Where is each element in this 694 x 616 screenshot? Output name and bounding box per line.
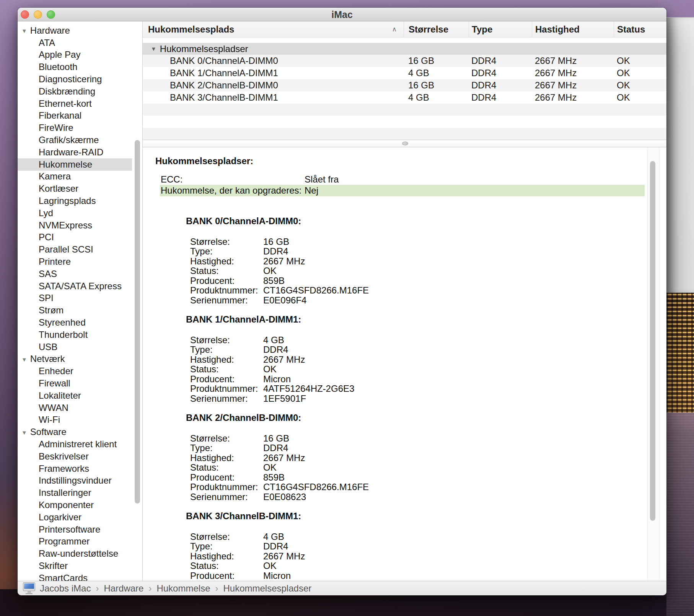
sidebar-item-firewire[interactable]: FireWire	[18, 122, 132, 134]
bank-detail-row: Størrelse:16 GB	[190, 237, 666, 247]
sidebar-item-administreret-klient[interactable]: Administreret klient	[18, 438, 132, 450]
sidebar-item-usb[interactable]: USB	[18, 341, 132, 353]
bank-header: BANK 2/ChannelB-DIMM0:	[186, 412, 666, 424]
sidebar-row-label: Skrifter	[39, 561, 68, 571]
sidebar-item-apple-pay[interactable]: Apple Pay	[18, 49, 132, 61]
sidebar-item-raw-underst-ttelse[interactable]: Raw-understøttelse	[18, 548, 132, 560]
sort-ascending-icon[interactable]: ∧	[392, 25, 397, 33]
disclosure-triangle-icon[interactable]: ▼	[21, 356, 27, 363]
table-row[interactable]: BANK 0/ChannelA-DIMM016 GBDDR42667 MHzOK	[143, 55, 666, 67]
sidebar-item-lyd[interactable]: Lyd	[18, 207, 132, 219]
detail-label: Status:	[190, 463, 263, 473]
cell-type: DDR4	[469, 92, 532, 103]
column-header-hukommelsesplads[interactable]: Hukommelsesplads∧	[143, 21, 404, 37]
sidebar-scrollbar-thumb[interactable]	[135, 140, 140, 504]
window-titlebar[interactable]: iMac	[18, 8, 666, 21]
detail-label: Hastighed:	[190, 256, 263, 266]
sidebar-item-wi-fi[interactable]: Wi-Fi	[18, 414, 132, 426]
sidebar-item-spi[interactable]: SPI	[18, 292, 132, 305]
detail-value: 2667 MHz	[263, 354, 305, 365]
sidebar-item-firewall[interactable]: Firewall	[18, 377, 132, 389]
sidebar-group-hardware[interactable]: ▼Hardware	[18, 24, 132, 37]
sidebar-group-netv-rk[interactable]: ▼Netværk	[18, 353, 132, 365]
close-button[interactable]	[21, 10, 29, 19]
column-header-status[interactable]: Status	[614, 21, 666, 37]
cell-size: 4 GB	[404, 92, 469, 103]
sidebar-item-printersoftware[interactable]: Printersoftware	[18, 523, 132, 536]
city-water	[666, 412, 694, 616]
table-group-row[interactable]: ▼ Hukommelsespladser	[143, 43, 666, 55]
detail-value: DDR4	[263, 246, 288, 256]
detail-value: CT16G4SFD8266.M16FE	[263, 482, 369, 492]
sidebar-item-hukommelse[interactable]: Hukommelse	[18, 158, 132, 171]
column-header-størrelse[interactable]: Størrelse	[404, 21, 469, 37]
detail-label: Type:	[190, 541, 263, 551]
detail-value: OK	[263, 561, 277, 571]
sidebar-item-parallel-scsi[interactable]: Parallel SCSI	[18, 243, 132, 256]
table-row[interactable]: BANK 2/ChannelB-DIMM016 GBDDR42667 MHzOK	[143, 79, 666, 91]
sidebar-item-lokaliteter[interactable]: Lokaliteter	[18, 389, 132, 402]
disclosure-triangle-icon[interactable]: ▼	[21, 28, 27, 34]
sidebar-item-diagnosticering[interactable]: Diagnosticering	[18, 73, 132, 85]
bank-rows: Størrelse:16 GBType:DDR4Hastighed:2667 M…	[190, 433, 666, 502]
table-row[interactable]: BANK 1/ChannelA-DIMM14 GBDDR42667 MHzOK	[143, 67, 666, 79]
sidebar-item-grafik-sk-rme[interactable]: Grafik/skærme	[18, 134, 132, 146]
sidebar-item-installeringer[interactable]: Installeringer	[18, 487, 132, 499]
table-row[interactable]: BANK 3/ChannelB-DIMM14 GBDDR42667 MHzOK	[143, 91, 666, 104]
sidebar-item-kamera[interactable]: Kamera	[18, 171, 132, 183]
sidebar-item-pci[interactable]: PCI	[18, 231, 132, 244]
sidebar-item-sas[interactable]: SAS	[18, 268, 132, 280]
breadcrumb-separator: ›	[96, 583, 99, 594]
column-header-hastighed[interactable]: Hastighed	[532, 21, 614, 37]
sidebar-item-thunderbolt[interactable]: Thunderbolt	[18, 329, 132, 341]
sidebar-item-kortl-ser[interactable]: Kortlæser	[18, 183, 132, 195]
bank-detail-row: Produktnummer:CT16G4SFD8266.M16FE	[190, 482, 666, 492]
disclosure-triangle-icon[interactable]: ▼	[151, 46, 156, 52]
column-header-type[interactable]: Type	[469, 21, 532, 37]
sidebar-item-logarkiver[interactable]: Logarkiver	[18, 511, 132, 523]
cell-speed: 2667 MHz	[532, 92, 614, 103]
sidebar-item-enheder[interactable]: Enheder	[18, 365, 132, 377]
sidebar-item-sata-sata-express[interactable]: SATA/SATA Express	[18, 280, 132, 292]
detail-value: 1EF5901F	[263, 393, 306, 404]
sidebar-group-software[interactable]: ▼Software	[18, 426, 132, 438]
sidebar-item-indstillingsvinduer[interactable]: Indstillingsvinduer	[18, 474, 132, 487]
sidebar-item-fiberkanal[interactable]: Fiberkanal	[18, 110, 132, 122]
sidebar-item-smartcards[interactable]: SmartCards	[18, 572, 132, 581]
splitter-handle-icon[interactable]	[402, 142, 408, 145]
bank-detail-row: Hastighed:2667 MHz	[190, 355, 666, 365]
sidebar-item-wwan[interactable]: WWAN	[18, 402, 132, 414]
bank-detail-row: Størrelse:4 GB	[190, 532, 666, 542]
sidebar-row-label: Kortlæser	[39, 183, 78, 194]
minimize-button[interactable]	[34, 10, 42, 19]
sidebar-item-hardware-raid[interactable]: Hardware-RAID	[18, 146, 132, 158]
sidebar-item-ethernet-kort[interactable]: Ethernet-kort	[18, 98, 132, 110]
sidebar-item-str-m[interactable]: Strøm	[18, 304, 132, 316]
background-window[interactable]	[666, 17, 694, 293]
bank-detail-row: Produktnummer:4ATF51264HZ-2G6E3	[190, 384, 666, 394]
cell-type: DDR4	[469, 68, 532, 78]
sidebar-item-bluetooth[interactable]: Bluetooth	[18, 61, 132, 73]
sidebar-row-label: FireWire	[39, 122, 73, 133]
sidebar-item-lagringsplads[interactable]: Lagringsplads	[18, 195, 132, 207]
sidebar-item-ata[interactable]: ATA	[18, 37, 132, 49]
sidebar-item-frameworks[interactable]: Frameworks	[18, 463, 132, 475]
disclosure-triangle-icon[interactable]: ▼	[21, 429, 27, 436]
sidebar-row-label: ATA	[39, 37, 55, 48]
sidebar-row-label: Firewall	[39, 378, 70, 389]
pane-splitter[interactable]	[143, 140, 666, 147]
zoom-button[interactable]	[47, 10, 55, 19]
category-sidebar: ▼HardwareATAApple PayBluetoothDiagnostic…	[18, 21, 143, 581]
sidebar-item-nvmexpress[interactable]: NVMExpress	[18, 219, 132, 231]
detail-scrollbar-thumb[interactable]	[650, 161, 655, 521]
sidebar-item-printere[interactable]: Printere	[18, 256, 132, 268]
column-header-label: Type	[472, 24, 492, 35]
detail-value: E0E08623	[263, 492, 306, 502]
sidebar-item-styreenhed[interactable]: Styreenhed	[18, 316, 132, 329]
sidebar-item-komponenter[interactable]: Komponenter	[18, 499, 132, 511]
sidebar-item-programmer[interactable]: Programmer	[18, 535, 132, 548]
sidebar-item-beskrivelser[interactable]: Beskrivelser	[18, 450, 132, 463]
sidebar-item-diskbr-nding[interactable]: Diskbrænding	[18, 85, 132, 98]
sidebar-item-skrifter[interactable]: Skrifter	[18, 560, 132, 572]
column-header-label: Hukommelsesplads	[148, 24, 234, 35]
